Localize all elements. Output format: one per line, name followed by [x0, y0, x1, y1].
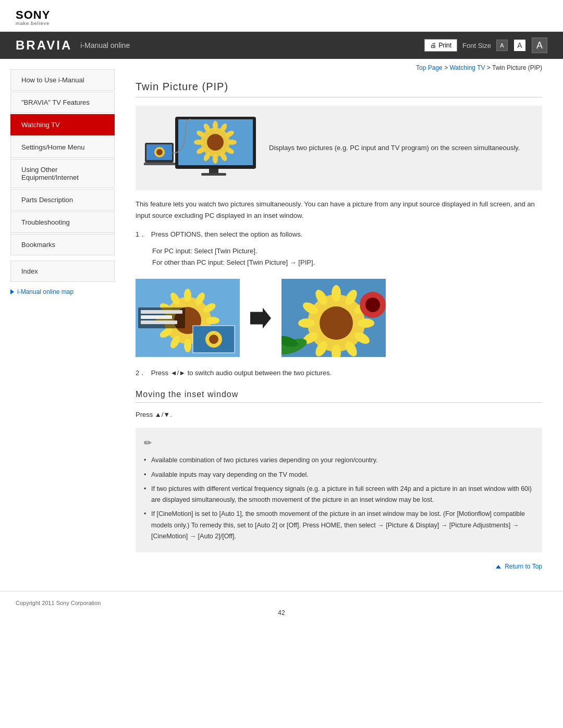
triangle-up-icon — [496, 565, 501, 569]
svg-point-58 — [298, 318, 315, 328]
feature-description: Displays two pictures (e.g. PC input and… — [269, 143, 520, 154]
step-1-text: Press OPTIONS, then select the option as… — [151, 230, 302, 238]
step-2: 2． Press ◄/► to switch audio output betw… — [136, 367, 542, 379]
sidebar-item-bookmarks[interactable]: Bookmarks — [10, 234, 115, 255]
sidebar-item-watching-tv[interactable]: Watching TV — [10, 114, 115, 135]
svg-point-49 — [332, 285, 341, 302]
note-box: ✏ Available combination of two pictures … — [136, 428, 542, 552]
svg-point-7 — [227, 140, 237, 145]
image-row — [136, 279, 542, 357]
svg-point-30 — [206, 317, 219, 324]
step-1: 1． Press OPTIONS, then select the option… — [136, 229, 542, 240]
pip-after-image — [282, 279, 386, 357]
step-1-sub-2: For other than PC input: Select [Twin Pi… — [136, 257, 542, 268]
breadcrumb-section[interactable]: Watching TV — [449, 64, 485, 71]
font-medium-button[interactable]: A — [513, 39, 527, 52]
svg-rect-45 — [141, 320, 177, 324]
content-area: Top Page > Watching TV > Twin Picture (P… — [120, 59, 563, 581]
svg-point-41 — [209, 335, 218, 344]
svg-point-10 — [213, 154, 218, 164]
print-button[interactable]: 🖨 Print — [424, 39, 457, 52]
note-item-3: If two pictures with different vertical … — [144, 484, 534, 506]
note-icon: ✏ — [144, 435, 534, 451]
return-to-top[interactable]: Return to Top — [136, 563, 542, 570]
sidebar-item-bravia-features[interactable]: "BRAVIA" TV Features — [10, 92, 115, 113]
svg-point-13 — [194, 140, 203, 145]
body-text: This feature lets you watch two pictures… — [136, 199, 542, 221]
footer: Copyright 2011 Sony Corporation 42 — [0, 591, 563, 625]
sony-logo: SONY make.believe — [16, 9, 547, 26]
imanual-label: i-Manual online — [80, 41, 130, 50]
svg-point-52 — [358, 318, 374, 328]
feature-image — [144, 114, 259, 182]
font-large-button[interactable]: A — [532, 38, 547, 53]
step-2-text: Press ◄/► to switch audio output between… — [151, 369, 332, 377]
copyright: Copyright 2011 Sony Corporation — [16, 600, 547, 606]
sidebar-item-parts[interactable]: Parts Description — [10, 189, 115, 211]
bravia-title: BRAVIA i-Manual online — [16, 38, 130, 53]
svg-point-48 — [320, 306, 353, 340]
pip-illustration — [144, 114, 259, 182]
nav-bar: BRAVIA i-Manual online 🖨 Print Font Size… — [0, 32, 563, 59]
step-arrow-icon — [250, 307, 271, 328]
breadcrumb-current: Twin Picture (PIP) — [492, 64, 542, 71]
sidebar: How to Use i-Manual "BRAVIA" TV Features… — [0, 59, 120, 581]
note-item-2: Available inputs may vary depending on t… — [144, 470, 534, 480]
breadcrumb-top[interactable]: Top Page — [416, 64, 443, 71]
nav-right: 🖨 Print Font Size A A A — [424, 38, 547, 53]
sidebar-item-equipment[interactable]: Using Other Equipment/Internet — [10, 159, 115, 188]
sidebar-index[interactable]: Index — [10, 261, 115, 282]
pip-before-image — [136, 279, 240, 357]
svg-rect-18 — [201, 173, 226, 176]
note-item-1: Available combination of two pictures va… — [144, 455, 534, 466]
svg-rect-43 — [141, 310, 182, 314]
svg-rect-17 — [209, 169, 218, 173]
sidebar-item-how-to-use[interactable]: How to Use i-Manual — [10, 69, 115, 91]
page-number: 42 — [16, 609, 547, 616]
svg-point-62 — [365, 298, 380, 312]
svg-point-33 — [184, 339, 191, 352]
font-small-button[interactable]: A — [496, 40, 508, 51]
print-icon: 🖨 — [430, 42, 436, 49]
breadcrumb: Top Page > Watching TV > Twin Picture (P… — [136, 64, 542, 71]
svg-rect-44 — [141, 315, 172, 319]
feature-box: Displays two pictures (e.g. PC input and… — [136, 106, 542, 190]
note-list: Available combination of two pictures va… — [144, 455, 534, 542]
section-2-heading: Moving the inset window — [136, 390, 542, 403]
note-item-4: If [CineMotion] is set to [Auto 1], the … — [144, 509, 534, 542]
font-size-label: Font Size — [462, 42, 491, 50]
arrow-right-icon — [10, 289, 14, 294]
page-title: Twin Picture (PIP) — [136, 81, 542, 97]
top-bar: SONY make.believe — [0, 0, 563, 32]
press-text: Press ▲/▼. — [136, 409, 542, 421]
bravia-brand: BRAVIA — [16, 38, 72, 53]
svg-point-4 — [213, 121, 218, 130]
svg-point-27 — [184, 289, 191, 302]
main-layout: How to Use i-Manual "BRAVIA" TV Features… — [0, 59, 563, 581]
sidebar-item-settings[interactable]: Settings/Home Menu — [10, 137, 115, 158]
svg-point-23 — [156, 149, 163, 155]
sidebar-map-link[interactable]: i-Manual online map — [0, 282, 120, 302]
svg-rect-21 — [144, 163, 175, 165]
sidebar-item-troubleshooting[interactable]: Troubleshooting — [10, 212, 115, 233]
svg-point-3 — [207, 134, 224, 151]
step-1-sub-1: For PC input: Select [Twin Picture]. — [136, 245, 542, 257]
